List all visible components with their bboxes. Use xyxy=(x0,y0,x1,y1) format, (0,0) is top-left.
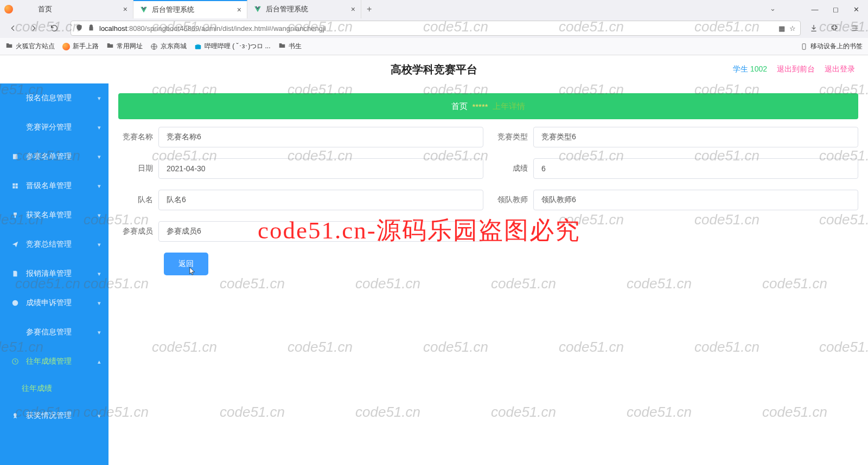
browser-tab[interactable]: 首页 × xyxy=(20,0,133,18)
grid-icon xyxy=(11,182,20,190)
sidebar-sub-item[interactable]: 往年成绩 xyxy=(0,376,108,401)
sidebar-item[interactable]: 参赛名单管理▾ xyxy=(0,142,108,171)
breadcrumb-separator: ***** xyxy=(472,102,488,111)
field-competition-name: 竞赛名称 竞赛名称6 xyxy=(118,127,483,147)
sidebar-item[interactable]: 竞赛总结管理▾ xyxy=(0,230,108,259)
mobile-bookmarks[interactable]: 移动设备上的书签 xyxy=(800,42,863,51)
address-bar: localhost:8080/springboot46869/admin/dis… xyxy=(0,18,868,38)
sidebar-item-active[interactable]: 往年成绩管理▴ xyxy=(0,347,108,376)
bookmark-star-icon[interactable]: ☆ xyxy=(789,24,796,33)
svg-rect-6 xyxy=(12,186,15,189)
url-input[interactable]: localhost:8080/springboot46869/admin/dis… xyxy=(71,21,801,36)
sidebar-item[interactable]: 参赛信息管理▾ xyxy=(0,318,108,347)
input-lead-teacher[interactable]: 领队教师6 xyxy=(533,190,858,210)
main-content: 首页 ***** 上年详情 竞赛名称 竞赛名称6 竞赛类型 竞赛类型6 日期 2… xyxy=(108,83,868,465)
bookmark-item[interactable]: 新手上路 xyxy=(62,42,99,51)
app-header: 高校学科竞赛平台 学生 1002 退出到前台 退出登录 xyxy=(0,55,868,83)
extensions-icon[interactable] xyxy=(827,21,842,36)
browser-tab[interactable]: 后台管理系统 × xyxy=(247,0,361,18)
svg-rect-5 xyxy=(16,183,18,185)
detail-form: 竞赛名称 竞赛名称6 竞赛类型 竞赛类型6 日期 2021-04-30 成绩 6 xyxy=(118,127,858,275)
vue-icon xyxy=(140,6,148,14)
vue-icon xyxy=(254,5,261,13)
input-date[interactable]: 2021-04-30 xyxy=(158,158,483,179)
window-minimize-icon[interactable]: — xyxy=(805,2,825,16)
history-icon xyxy=(11,357,20,366)
chevron-down-icon: ▾ xyxy=(98,212,101,219)
new-tab-button[interactable]: + xyxy=(361,4,377,14)
input-competition-name[interactable]: 竞赛名称6 xyxy=(158,127,483,147)
app-title: 高校学科竞赛平台 xyxy=(391,62,477,77)
cursor-icon xyxy=(189,267,196,276)
chevron-down-icon: ▾ xyxy=(98,270,101,277)
nav-back-icon[interactable] xyxy=(5,21,21,36)
list-icon xyxy=(11,94,20,102)
sidebar-item[interactable]: 获奖名单管理▾ xyxy=(0,201,108,230)
field-members: 参赛成员 参赛成员6 xyxy=(118,221,483,242)
window-maximize-icon[interactable]: ◻ xyxy=(826,2,845,16)
breadcrumb: 首页 ***** 上年详情 xyxy=(118,93,858,119)
nav-forward-icon[interactable] xyxy=(26,21,41,36)
browser-tab-bar: 首页 × 后台管理系统 × 后台管理系统 × + ⌄ — ◻ ✕ xyxy=(0,0,868,18)
file-icon xyxy=(11,269,20,278)
bookmark-item[interactable]: 火狐官方站点 xyxy=(5,42,55,51)
firefox-icon xyxy=(4,5,13,14)
info-icon xyxy=(11,328,20,337)
breadcrumb-home[interactable]: 首页 xyxy=(451,101,468,112)
field-score: 成绩 6 xyxy=(493,158,858,179)
sidebar-item[interactable]: 成绩申诉管理▾ xyxy=(0,288,108,318)
bookmark-item[interactable]: 常用网址 xyxy=(106,42,143,51)
chevron-up-icon: ▴ xyxy=(98,358,101,365)
svg-rect-7 xyxy=(16,186,18,189)
input-team-name[interactable]: 队名6 xyxy=(158,190,483,210)
sidebar-item[interactable]: 报名信息管理▾ xyxy=(0,83,108,113)
chevron-down-icon: ▾ xyxy=(98,124,101,131)
svg-rect-4 xyxy=(12,183,15,185)
field-date: 日期 2021-04-30 xyxy=(118,158,483,179)
download-icon[interactable] xyxy=(806,21,821,36)
sidebar-item[interactable]: 获奖情况管理▾ xyxy=(0,401,108,430)
bookmark-item[interactable]: 书生 xyxy=(278,42,302,51)
nav-reload-icon[interactable] xyxy=(47,21,62,36)
svg-rect-1 xyxy=(195,45,201,49)
bilibili-icon xyxy=(194,43,202,50)
url-text: localhost:8080/springboot46869/admin/dis… xyxy=(99,24,774,33)
chevron-down-icon: ▾ xyxy=(98,300,101,307)
chevron-down-icon: ▾ xyxy=(98,183,101,190)
tab-close-icon[interactable]: × xyxy=(237,5,241,14)
shield-icon xyxy=(75,24,83,33)
browser-tab[interactable]: 后台管理系统 × xyxy=(133,0,247,18)
input-competition-type[interactable]: 竞赛类型6 xyxy=(533,127,858,147)
bookmarks-bar: 火狐官方站点 新手上路 常用网址 京东商城 哔哩哔哩 ( ˘･з･)つロ ...… xyxy=(0,38,868,55)
sidebar-item[interactable]: 晋级名单管理▾ xyxy=(0,171,108,201)
svg-rect-2 xyxy=(802,43,806,49)
field-team-name: 队名 队名6 xyxy=(118,190,483,210)
qr-icon[interactable]: ▦ xyxy=(778,24,785,33)
menu-icon[interactable] xyxy=(847,21,863,36)
bookmark-item[interactable]: 哔哩哔哩 ( ˘･з･)つロ ... xyxy=(194,42,271,51)
svg-point-10 xyxy=(14,413,17,416)
window-close-icon[interactable]: ✕ xyxy=(846,2,866,16)
sidebar-item[interactable]: 竞赛评分管理▾ xyxy=(0,113,108,142)
clock-icon xyxy=(11,299,20,307)
input-score[interactable]: 6 xyxy=(533,158,858,179)
tab-close-icon[interactable]: × xyxy=(123,5,127,14)
tab-close-icon[interactable]: × xyxy=(351,5,355,14)
firefox-icon xyxy=(62,43,70,50)
logout-front-link[interactable]: 退出到前台 xyxy=(777,64,815,74)
sidebar: 报名信息管理▾ 竞赛评分管理▾ 参赛名单管理▾ 晋级名单管理▾ 获奖名单管理▾ … xyxy=(0,83,108,465)
tabs-dropdown-icon[interactable]: ⌄ xyxy=(770,4,776,12)
tab-title: 首页 xyxy=(38,4,52,14)
doc-icon xyxy=(11,152,20,161)
input-members[interactable]: 参赛成员6 xyxy=(158,221,483,242)
chevron-down-icon: ▾ xyxy=(98,329,101,336)
logout-link[interactable]: 退出登录 xyxy=(825,64,855,74)
svg-rect-3 xyxy=(13,154,17,159)
tab-favicon xyxy=(26,5,34,13)
bookmark-item[interactable]: 京东商城 xyxy=(150,42,187,51)
send-icon xyxy=(11,240,20,249)
tab-title: 后台管理系统 xyxy=(152,5,194,15)
back-button[interactable]: 返回 xyxy=(164,253,208,275)
sidebar-item[interactable]: 报销清单管理▾ xyxy=(0,259,108,288)
chevron-down-icon: ▾ xyxy=(98,241,101,248)
